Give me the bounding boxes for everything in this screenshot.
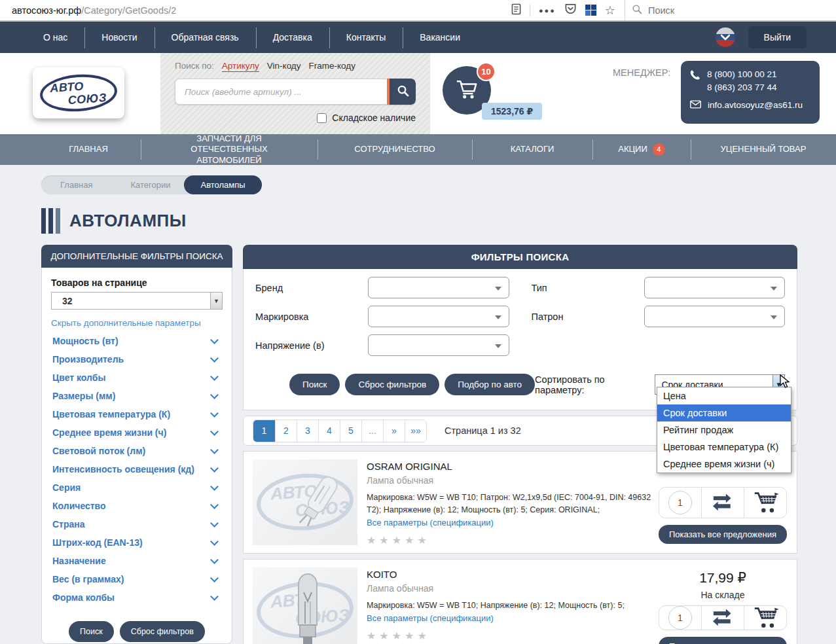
search-tab-vin[interactable]: Vin-коду xyxy=(267,61,301,71)
marking-select[interactable] xyxy=(368,306,509,327)
browser-search-input[interactable] xyxy=(648,5,805,16)
filter-color-temperature[interactable]: Цветовая температура (К) xyxy=(51,405,223,423)
add-to-cart-button[interactable] xyxy=(744,488,786,518)
filter-barcode[interactable]: Штрих-код (EAN-13) xyxy=(51,533,223,552)
main-nav-promotions[interactable]: АКЦИИ 4 xyxy=(592,134,691,165)
cart-icon xyxy=(752,491,779,514)
sort-option-price[interactable]: Цена xyxy=(657,387,791,404)
rating-stars: ★★★★★ xyxy=(367,534,658,546)
product-title[interactable]: KOITO xyxy=(367,569,658,580)
logout-button[interactable]: Выйти xyxy=(748,26,807,48)
sidebar-body: Товаров на странице 32 ▼ Скрыть дополнит… xyxy=(41,268,232,644)
page-button-2[interactable]: 2 xyxy=(275,420,297,442)
manager-phone-2[interactable]: 8 (863) 203 77 44 xyxy=(707,82,777,92)
filter-light-intensity[interactable]: Интенсивность освещения (кд) xyxy=(51,460,223,478)
language-flag-icon[interactable] xyxy=(716,27,735,47)
product-image[interactable]: АВТО СОЮЗ xyxy=(253,567,357,644)
filter-power[interactable]: Мощность (вт) xyxy=(51,332,223,350)
reader-mode-icon[interactable] xyxy=(511,3,521,18)
specs-link[interactable]: Все параметры (спецификации) xyxy=(367,613,494,623)
main-navigation: ГЛАВНАЯ ЗАПЧАСТИ ДЛЯ ОТЕЧЕСТВЕННЫХ АВТОМ… xyxy=(0,134,836,165)
add-to-cart-button[interactable] xyxy=(744,606,786,630)
specs-link[interactable]: Все параметры (спецификации) xyxy=(367,518,494,528)
sort-option-sales-rating[interactable]: Рейтинг продаж xyxy=(657,421,791,438)
chevron-down-icon xyxy=(210,556,219,564)
article-search-button[interactable] xyxy=(390,79,416,105)
sidebar-filter-list: Мощность (вт) Производитель Цвет колбы Р… xyxy=(51,332,223,607)
quantity-stepper[interactable]: 1 xyxy=(659,606,701,630)
top-nav-vacancies[interactable]: Вакансии xyxy=(403,32,477,43)
filter-bulb-color[interactable]: Цвет колбы xyxy=(51,368,223,387)
main-nav-discounted[interactable]: УЦЕНЕННЫЙ ТОВАР xyxy=(691,134,836,165)
article-search-input[interactable] xyxy=(175,79,387,105)
breadcrumb-categories[interactable]: Категории xyxy=(111,180,189,190)
filters-reset-button[interactable]: Сброс фильтров xyxy=(345,374,439,395)
main-column: ФИЛЬТРЫ ПОИСКА Бренд Маркировка Напряжен… xyxy=(243,245,797,644)
main-nav-domestic-parts[interactable]: ЗАПЧАСТИ ДЛЯ ОТЕЧЕСТВЕННЫХ АВТОМОБИЛЕЙ xyxy=(141,134,318,165)
show-all-offers-button[interactable]: Показать все предложения xyxy=(659,525,787,544)
filter-country[interactable]: Страна xyxy=(51,515,223,533)
top-nav-about[interactable]: О нас xyxy=(26,32,84,43)
page-button-4[interactable]: 4 xyxy=(318,420,340,442)
chevron-down-icon xyxy=(210,482,219,491)
stock-availability-checkbox[interactable] xyxy=(317,113,327,123)
main-nav-cooperation[interactable]: СОТРУДНИЧЕСТВО xyxy=(318,134,472,165)
address-bar[interactable]: автосоюз-юг.рф/Category/GetGoods/2 xyxy=(0,0,502,20)
top-nav-delivery[interactable]: Доставка xyxy=(256,32,329,43)
manager-phone-1[interactable]: 8 (800) 100 00 21 xyxy=(707,69,777,79)
filter-avg-lifetime[interactable]: Среднее время жизни (ч) xyxy=(51,423,223,442)
page-actions-icon[interactable]: ●●● xyxy=(539,7,556,14)
browser-search-box[interactable] xyxy=(625,0,836,21)
page-last-button[interactable]: »» xyxy=(405,420,426,442)
select-by-car-button[interactable]: Подбор по авто xyxy=(445,374,535,395)
search-tab-article[interactable]: Артикулу xyxy=(222,61,259,72)
show-all-offers-button[interactable]: Показать все предложения xyxy=(659,637,787,644)
page-next-button[interactable]: » xyxy=(383,420,405,442)
main-nav-home[interactable]: ГЛАВНАЯ xyxy=(36,134,141,165)
main-nav-catalogs[interactable]: КАТАЛОГИ xyxy=(472,134,592,165)
voltage-label: Напряжение (в) xyxy=(255,340,368,351)
socket-select[interactable] xyxy=(644,306,786,327)
page-button-1[interactable]: 1 xyxy=(253,420,275,442)
windows-extension-icon[interactable] xyxy=(585,5,596,16)
sort-option-delivery-time[interactable]: Срок доставки xyxy=(657,404,791,421)
search-tab-frame[interactable]: Frame-коду xyxy=(309,61,355,71)
bookmark-star-icon[interactable]: ☆ xyxy=(605,5,615,16)
top-nav-feedback[interactable]: Обратная связь xyxy=(154,32,256,43)
compare-button[interactable] xyxy=(701,606,744,630)
sidebar-reset-button[interactable]: Сброс фильтров xyxy=(120,621,205,642)
voltage-select[interactable] xyxy=(368,334,509,356)
filter-manufacturer[interactable]: Производитель xyxy=(51,350,223,368)
product-title[interactable]: OSRAM ORIGINAL xyxy=(367,461,658,472)
search-by-tabs: Поиск по: Артикулу Vin-коду Frame-коду xyxy=(175,61,416,72)
sidebar-search-button[interactable]: Поиск xyxy=(69,621,114,642)
quantity-stepper[interactable]: 1 xyxy=(659,488,701,518)
product-image[interactable]: АВТО СОЮЗ xyxy=(253,459,357,545)
sort-label: Сортировать по параметру: xyxy=(535,374,652,395)
search-filters-panel: ФИЛЬТРЫ ПОИСКА Бренд Маркировка Напряжен… xyxy=(243,245,797,410)
breadcrumb-home[interactable]: Главная xyxy=(41,180,111,190)
hide-params-link[interactable]: Скрыть дополнительные параметры xyxy=(51,318,223,328)
manager-email[interactable]: info.avtosoyuz@as61.ru xyxy=(708,100,803,110)
filter-series[interactable]: Серия xyxy=(51,478,223,497)
filter-weight[interactable]: Вес (в граммах) xyxy=(51,570,223,588)
filter-dimensions[interactable]: Размеры (мм) xyxy=(51,387,223,405)
brand-select[interactable] xyxy=(368,277,509,298)
filters-search-button[interactable]: Поиск xyxy=(289,374,340,395)
sort-option-color-temperature[interactable]: Цветовая температура (К) xyxy=(657,438,791,456)
top-nav-news[interactable]: Новости xyxy=(84,32,154,43)
compare-button[interactable] xyxy=(701,488,744,518)
site-logo[interactable]: АВТО СОЮЗ xyxy=(33,67,124,118)
top-nav-contacts[interactable]: Контакты xyxy=(329,32,403,43)
sort-option-avg-lifetime[interactable]: Среднее время жизни (ч) xyxy=(657,456,791,473)
filter-bulb-shape[interactable]: Форма колбы xyxy=(51,588,223,607)
compare-arrows-icon xyxy=(710,609,735,626)
pocket-icon[interactable] xyxy=(564,3,577,18)
per-page-select[interactable]: 32 ▼ xyxy=(51,292,223,310)
filter-luminous-flux[interactable]: Световой поток (лм) xyxy=(51,442,223,460)
page-button-5[interactable]: 5 xyxy=(340,420,361,442)
page-button-3[interactable]: 3 xyxy=(297,420,318,442)
filter-purpose[interactable]: Назначение xyxy=(51,552,223,570)
type-select[interactable] xyxy=(644,277,786,298)
filter-quantity[interactable]: Количество xyxy=(51,497,223,515)
